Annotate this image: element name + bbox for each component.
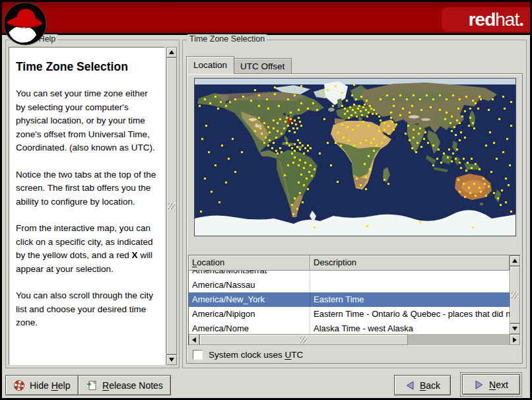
city-dot[interactable]	[200, 211, 202, 213]
city-dot[interactable]	[299, 192, 301, 194]
city-dot[interactable]	[489, 131, 491, 133]
city-dot[interactable]	[251, 119, 253, 121]
city-dot[interactable]	[300, 125, 302, 127]
city-dot[interactable]	[352, 129, 354, 131]
city-dot[interactable]	[208, 151, 210, 153]
city-dot[interactable]	[220, 101, 222, 103]
city-dot[interactable]	[430, 106, 432, 108]
table-vertical-scrollbar[interactable]	[510, 255, 520, 334]
city-dot[interactable]	[449, 122, 451, 124]
city-dot[interactable]	[341, 123, 343, 125]
city-dot[interactable]	[480, 191, 482, 193]
city-dot[interactable]	[383, 122, 385, 124]
city-dot[interactable]	[286, 117, 288, 119]
city-dot[interactable]	[292, 162, 294, 164]
table-row[interactable]: America/Nassau	[189, 278, 510, 292]
city-dot[interactable]	[302, 201, 304, 203]
city-dot[interactable]	[351, 94, 353, 96]
city-dot[interactable]	[362, 121, 364, 123]
city-dot[interactable]	[348, 117, 350, 119]
column-header-description[interactable]: Description	[310, 255, 510, 271]
city-dot[interactable]	[424, 131, 426, 133]
city-dot[interactable]	[310, 147, 312, 149]
help-scroll-thumb[interactable]	[166, 57, 177, 354]
city-dot[interactable]	[419, 221, 421, 223]
city-dot[interactable]	[299, 159, 301, 161]
city-dot[interactable]	[258, 105, 260, 107]
city-dot[interactable]	[348, 139, 350, 141]
city-dot[interactable]	[204, 98, 206, 100]
city-dot[interactable]	[228, 158, 230, 160]
city-dot[interactable]	[241, 151, 243, 153]
city-dot[interactable]	[465, 170, 467, 172]
city-dot[interactable]	[283, 127, 285, 129]
city-dot[interactable]	[376, 145, 378, 147]
city-dot[interactable]	[225, 105, 227, 107]
city-dot[interactable]	[467, 162, 469, 164]
city-dot[interactable]	[365, 109, 367, 111]
city-dot[interactable]	[298, 182, 300, 183]
city-dot[interactable]	[255, 123, 257, 125]
city-dot[interactable]	[405, 133, 407, 135]
city-dot[interactable]	[488, 109, 490, 111]
city-dot[interactable]	[229, 101, 231, 103]
city-dot[interactable]	[432, 164, 434, 166]
city-dot[interactable]	[294, 131, 296, 133]
city-dot[interactable]	[502, 151, 504, 153]
help-scrollbar[interactable]	[166, 47, 177, 365]
city-dot[interactable]	[294, 94, 296, 96]
city-dot[interactable]	[360, 110, 362, 112]
table-row[interactable]: America/NipigonEastern Time - Ontario & …	[189, 307, 510, 321]
city-dot[interactable]	[364, 104, 366, 106]
city-dot[interactable]	[475, 102, 477, 104]
city-dot[interactable]	[376, 113, 378, 115]
city-dot[interactable]	[415, 151, 417, 153]
city-dot[interactable]	[413, 129, 415, 131]
city-dot[interactable]	[356, 116, 358, 117]
city-dot[interactable]	[378, 130, 380, 132]
city-dot[interactable]	[456, 119, 458, 121]
city-dot[interactable]	[254, 89, 256, 91]
city-dot[interactable]	[347, 126, 349, 128]
city-dot[interactable]	[300, 102, 302, 104]
city-dot[interactable]	[509, 164, 511, 166]
city-dot[interactable]	[387, 183, 389, 185]
city-dot[interactable]	[459, 122, 461, 124]
city-dot[interactable]	[381, 142, 383, 144]
city-dot[interactable]	[199, 105, 201, 107]
city-dot[interactable]	[402, 108, 404, 110]
city-dot[interactable]	[273, 127, 275, 129]
city-dot[interactable]	[455, 158, 457, 160]
city-dot[interactable]	[295, 123, 297, 125]
city-dot[interactable]	[298, 164, 300, 166]
city-dot[interactable]	[267, 108, 269, 110]
city-dot[interactable]	[447, 156, 449, 158]
city-dot[interactable]	[344, 108, 346, 110]
city-dot[interactable]	[378, 116, 380, 117]
city-dot[interactable]	[439, 109, 441, 111]
table-scroll-left-button[interactable]	[189, 334, 199, 345]
city-dot[interactable]	[444, 118, 446, 120]
city-dot[interactable]	[284, 174, 286, 176]
city-dot[interactable]	[485, 195, 487, 197]
city-dot[interactable]	[201, 138, 203, 140]
city-dot[interactable]	[457, 108, 459, 110]
table-scroll-up-button[interactable]	[510, 255, 520, 266]
city-dot[interactable]	[261, 133, 263, 135]
city-dot[interactable]	[459, 98, 461, 100]
city-dot[interactable]	[471, 167, 473, 169]
city-dot[interactable]	[234, 98, 236, 100]
tab-utc-offset[interactable]: UTC Offset	[233, 58, 292, 74]
city-dot[interactable]	[303, 152, 305, 154]
city-dot[interactable]	[290, 118, 292, 120]
city-dot[interactable]	[387, 133, 389, 135]
city-dot[interactable]	[279, 147, 281, 149]
city-dot[interactable]	[292, 213, 294, 215]
city-dot[interactable]	[292, 127, 294, 129]
city-dot[interactable]	[314, 168, 316, 170]
city-dot[interactable]	[284, 121, 286, 123]
city-dot[interactable]	[364, 163, 366, 165]
city-dot[interactable]	[386, 94, 388, 96]
city-dot[interactable]	[218, 201, 220, 203]
city-dot[interactable]	[407, 125, 409, 127]
